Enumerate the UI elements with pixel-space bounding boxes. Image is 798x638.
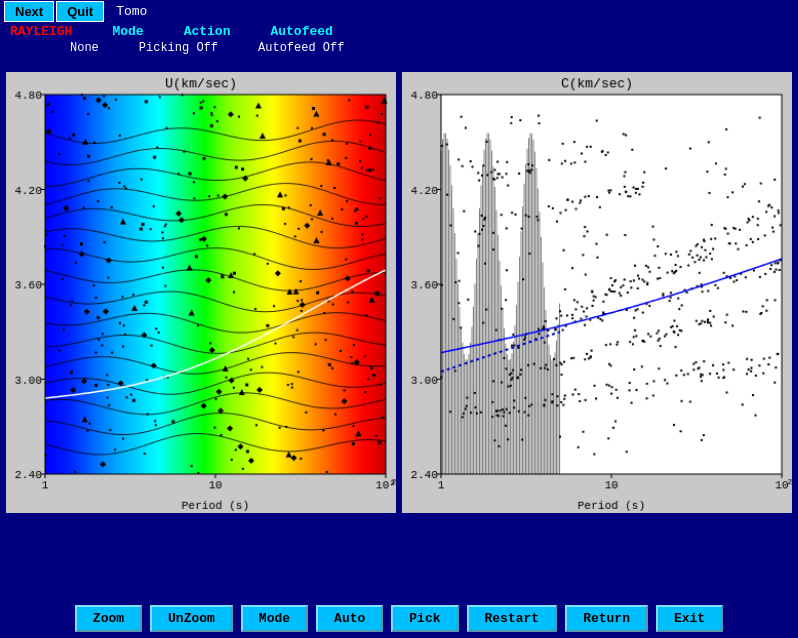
- app: Next Quit Tomo RAYLEIGH Mode Action Auto…: [0, 0, 798, 638]
- wave-type-label: RAYLEIGH: [10, 24, 72, 39]
- action-label: Action: [184, 24, 231, 39]
- unzoom-button[interactable]: UnZoom: [150, 605, 233, 632]
- restart-button[interactable]: Restart: [467, 605, 558, 632]
- return-button[interactable]: Return: [565, 605, 648, 632]
- next-button[interactable]: Next: [4, 1, 54, 22]
- left-chart-wrapper: [6, 72, 396, 597]
- menubar: Next Quit Tomo: [0, 0, 798, 22]
- infobar: RAYLEIGH Mode Action Autofeed None Picki…: [0, 22, 798, 70]
- autofeed-value: Autofeed Off: [258, 41, 344, 55]
- right-chart[interactable]: [402, 72, 792, 513]
- autofeed-label: Autofeed: [270, 24, 332, 39]
- tomo-label: Tomo: [106, 2, 157, 21]
- info-row2: None Picking Off Autofeed Off: [10, 41, 788, 55]
- zoom-button[interactable]: Zoom: [75, 605, 142, 632]
- right-chart-wrapper: [402, 72, 792, 597]
- action-value: Picking Off: [139, 41, 218, 55]
- quit-button[interactable]: Quit: [56, 1, 104, 22]
- pick-button[interactable]: Pick: [391, 605, 458, 632]
- info-row1: RAYLEIGH Mode Action Autofeed: [10, 24, 788, 39]
- main-content: [0, 70, 798, 599]
- bottombar: Zoom UnZoom Mode Auto Pick Restart Retur…: [0, 599, 798, 638]
- left-chart[interactable]: [6, 72, 396, 513]
- mode-button[interactable]: Mode: [241, 605, 308, 632]
- auto-button[interactable]: Auto: [316, 605, 383, 632]
- mode-value: None: [70, 41, 99, 55]
- mode-label: Mode: [112, 24, 143, 39]
- exit-button[interactable]: Exit: [656, 605, 723, 632]
